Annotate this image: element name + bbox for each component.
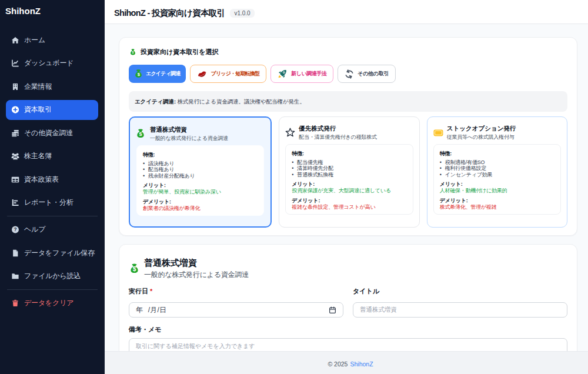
svg-text:$: $ [139,131,142,137]
svg-text:$: $ [133,266,136,272]
svg-text:$: $ [132,51,134,54]
svg-text:?: ? [14,226,17,232]
